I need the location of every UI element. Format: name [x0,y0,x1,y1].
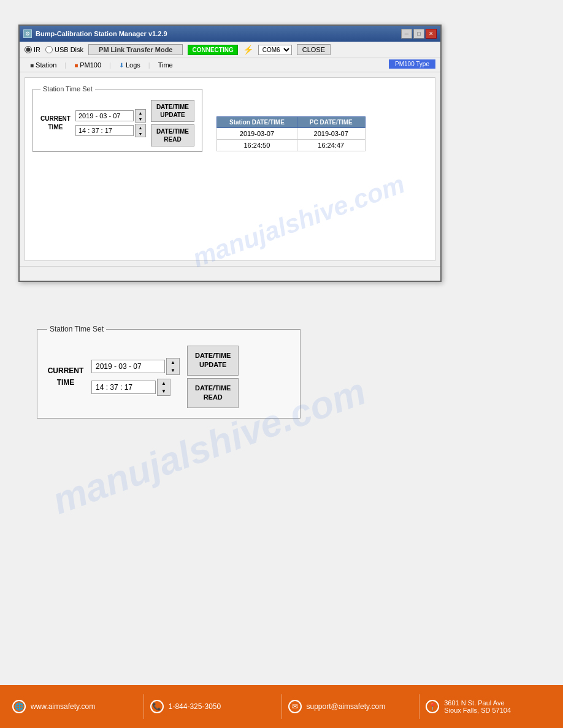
app-window: ⚙ Bump-Calibration Station Manager v1.2.… [18,25,442,282]
app-icon: ⚙ [23,29,32,38]
com-port-select[interactable]: COM6 [258,45,292,55]
tab-logs[interactable]: ⬇ Logs [113,59,146,70]
maximize-button[interactable]: □ [413,29,424,39]
time-spin-down-large[interactable]: ▼ [158,387,170,395]
time-spinner-large[interactable]: ▲ ▼ [157,379,170,396]
date-time-inputs-large: ▲ ▼ ▲ ▼ [91,358,180,396]
mode-label: PM Link Transfer Mode [88,44,183,55]
action-buttons: DATE/TIME UPDATE DATE/TIME READ [151,100,194,146]
pc-datetime-header: PC DATE/TIME [297,117,365,128]
station-icon: ■ [30,62,34,69]
usb-radio[interactable] [45,46,53,53]
footer-divider-1 [144,694,144,719]
date-time-update-button-large[interactable]: DATE/TIME UPDATE [187,346,239,376]
title-bar: ⚙ Bump-Calibration Station Manager v1.2.… [20,26,440,42]
table-row-date: 2019-03-07 2019-03-07 [217,128,366,140]
date-time-inputs: ▲ ▼ ▲ ▼ [75,109,146,137]
usb-radio-label: USB Disk [55,46,83,53]
station-time-set-large: Station Time Set CURRENT TIME ▲ ▼ [37,325,301,419]
station-time-cell: 16:24:50 [217,140,297,151]
footer-email: ✉ support@aimsafety.com [288,700,413,713]
current-time-label-large: CURRENT TIME [47,365,84,389]
tab-station[interactable]: ■ Station [25,59,62,70]
toolbar-row: IR USB Disk PM Link Transfer Mode CONNEC… [20,42,440,58]
usb-radio-item[interactable]: USB Disk [45,46,83,53]
nav-tabs: ■ Station | ■ PM100 | ⬇ Logs | Time PM10… [20,58,440,72]
station-date-cell: 2019-03-07 [217,128,297,140]
date-input[interactable] [75,110,134,121]
station-datetime-header: Station DATE/TIME [217,117,297,128]
station-time-set: Station Time Set CURRENT TIME ▲ ▼ [33,85,202,152]
footer-address: 📍 3601 N St. Paul Ave Sioux Falls, SD 57… [426,699,551,714]
pc-date-cell: 2019-03-07 [297,128,365,140]
date-spin-up[interactable]: ▲ [136,110,145,116]
date-spin-down-large[interactable]: ▼ [167,366,179,374]
date-spinner[interactable]: ▲ ▼ [135,109,146,123]
time-spin-up[interactable]: ▲ [136,124,145,131]
close-button[interactable]: CLOSE [297,44,331,55]
tab-time-label: Time [158,61,173,69]
date-spinner-large[interactable]: ▲ ▼ [166,358,180,375]
date-spin-down[interactable]: ▼ [136,116,145,122]
pc-time-cell: 16:24:47 [297,140,365,151]
footer-bar: 🌐 www.aimsafety.com 📞 1-844-325-3050 ✉ s… [0,685,563,728]
main-panel: Station Time Set CURRENT TIME ▲ ▼ [25,77,435,261]
pm100-icon: ■ [74,62,78,69]
time-spin-down[interactable]: ▼ [136,131,145,137]
footer-website: 🌐 www.aimsafety.com [12,700,137,713]
email-icon: ✉ [288,700,302,713]
time-input-large[interactable] [91,381,156,394]
date-input-large[interactable] [91,360,165,373]
table-row-time: 16:24:50 16:24:47 [217,140,366,151]
footer-divider-3 [419,694,419,719]
footer-divider-2 [282,694,282,719]
ir-radio-item[interactable]: IR [25,46,40,53]
ir-radio-label: IR [34,46,40,53]
website-icon: 🌐 [12,700,26,713]
connecting-badge: CONNECTING [188,45,237,55]
connection-type-group: IR USB Disk [25,46,83,53]
logs-icon: ⬇ [119,62,124,69]
website-text: www.aimsafety.com [31,702,95,711]
action-buttons-large: DATE/TIME UPDATE DATE/TIME READ [187,346,239,408]
tab-pm100[interactable]: ■ PM100 [69,59,107,70]
tab-station-label: Station [36,61,56,69]
time-spinner[interactable]: ▲ ▼ [135,124,146,137]
location-icon: 📍 [426,700,439,713]
zoomed-section: Station Time Set CURRENT TIME ▲ ▼ [37,325,301,419]
date-time-read-button-large[interactable]: DATE/TIME READ [187,378,239,408]
tab-time[interactable]: Time [153,59,178,70]
current-time-label: CURRENT TIME [40,115,71,132]
tab-logs-label: Logs [126,61,140,69]
phone-icon: 📞 [150,700,164,713]
station-time-set-large-legend: Station Time Set [47,325,106,333]
tab-pm100-label: PM100 [80,61,101,69]
date-time-read-button[interactable]: DATE/TIME READ [151,124,194,146]
phone-text: 1-844-325-3050 [169,702,221,711]
signal-icon: ⚡ [243,45,253,55]
email-text: support@aimsafety.com [307,702,386,711]
station-time-set-legend: Station Time Set [40,85,95,93]
date-spin-up-large[interactable]: ▲ [167,358,179,366]
pm100-type-badge: PM100 Type [389,59,435,69]
date-time-update-button[interactable]: DATE/TIME UPDATE [151,100,194,122]
status-bar [20,266,440,281]
watermark: manujalshive.com [189,169,409,273]
window-title: Bump-Calibration Station Manager v1.2.9 [36,30,167,37]
time-spin-up-large[interactable]: ▲ [158,379,170,387]
datetime-table: Station DATE/TIME PC DATE/TIME 2019-03-0… [216,116,366,151]
window-close-button[interactable]: ✕ [426,29,437,39]
address-text: 3601 N St. Paul Ave Sioux Falls, SD 5710… [444,699,511,714]
footer-phone: 📞 1-844-325-3050 [150,700,275,713]
time-input[interactable] [75,125,134,136]
minimize-button[interactable]: ─ [401,29,412,39]
ir-radio[interactable] [25,46,32,53]
